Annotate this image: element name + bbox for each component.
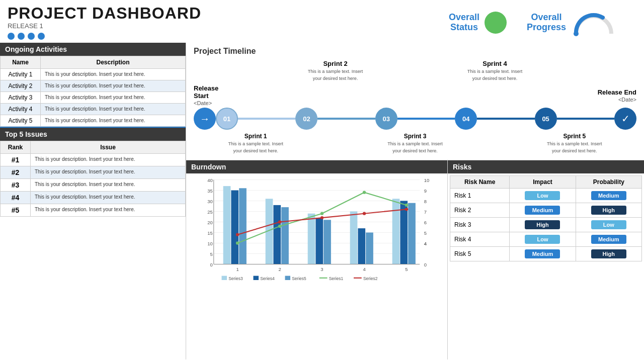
- timeline-section: Project Timeline Sprint 2 This is a samp…: [186, 43, 644, 160]
- left-column: Ongoing Activities Name Description Acti…: [0, 43, 186, 359]
- svg-text:10: 10: [424, 177, 430, 183]
- top5-issues-section: Top 5 Issues Rank Issue #1This is your d…: [0, 128, 186, 359]
- svg-rect-35: [222, 276, 227, 280]
- dot-1: [8, 33, 15, 40]
- risk-name: Risk 3: [450, 218, 510, 232]
- activity-col-desc: Description: [41, 56, 186, 69]
- dot-3: [28, 33, 35, 40]
- burndown-chart-container: 40 35 30 25 20 15 10 5 0 10 8 6 4: [186, 173, 447, 359]
- issue-rank: #1: [1, 154, 31, 166]
- timeline-top-labels: Sprint 2 This is a sample text. Insertyo…: [194, 60, 636, 81]
- tl-bot-03: Sprint 3 This is a sample text. Insertyo…: [375, 133, 455, 154]
- issues-col-issue: Issue: [31, 141, 186, 154]
- bar-s5-1: [239, 188, 247, 264]
- svg-text:3: 3: [320, 266, 323, 272]
- svg-text:0: 0: [424, 262, 427, 267]
- risk-name: Risk 1: [450, 189, 510, 203]
- track-5-end: [557, 118, 614, 120]
- risks-col-probability: Probability: [576, 176, 641, 189]
- bar-s4-2: [273, 205, 281, 264]
- dashboard-title: PROJECT DASHBOARD: [8, 5, 201, 21]
- burndown-section: Burndown 40 35 30 25 20 15 10 5 0: [186, 160, 448, 359]
- bar-s5-5: [408, 203, 416, 264]
- dot-4: [38, 33, 45, 40]
- timeline-end-node: ✓: [614, 108, 636, 130]
- risk-probability: Low: [576, 218, 641, 232]
- overall-status-label: OverallStatus: [449, 13, 479, 33]
- svg-text:25: 25: [207, 209, 213, 215]
- svg-text:5: 5: [405, 266, 408, 272]
- svg-text:Series2: Series2: [363, 276, 378, 280]
- tl-node-04: 04: [455, 108, 477, 130]
- tl-bot-04: [455, 133, 534, 154]
- activity-row: Activity 2This is your description. Inse…: [1, 80, 186, 92]
- activity-name: Activity 3: [1, 92, 41, 104]
- svg-text:5: 5: [424, 230, 427, 236]
- bar-s3-5: [392, 199, 400, 264]
- svg-text:Series5: Series5: [292, 276, 306, 280]
- activity-desc: This is your description. Insert your te…: [41, 80, 186, 92]
- tl-top-03: [375, 60, 455, 81]
- bar-s4-1: [231, 191, 238, 264]
- activity-row: Activity 4This is your description. Inse…: [1, 104, 186, 115]
- risk-impact: Medium: [510, 203, 576, 218]
- track-2-3: [317, 118, 375, 120]
- svg-text:2: 2: [278, 266, 281, 272]
- issue-rank: #2: [1, 166, 31, 179]
- risk-probability: High: [576, 203, 641, 218]
- tl-bot-spacer-start: [194, 133, 216, 154]
- bar-s5-2: [281, 207, 289, 264]
- issue-desc: This is your description. Insert your te…: [31, 179, 186, 192]
- issue-row: #4This is your description. Insert your …: [1, 192, 186, 204]
- risk-name: Risk 5: [450, 247, 510, 261]
- issue-desc: This is your description. Insert your te…: [31, 204, 186, 217]
- bottom-row: Burndown 40 35 30 25 20 15 10 5 0: [186, 160, 644, 359]
- dot-s2-4: [363, 212, 366, 215]
- dot-s2-1: [236, 233, 239, 236]
- timeline-start-label-row: Release Start <Date> Release End <Date>: [194, 84, 636, 107]
- svg-text:40: 40: [207, 177, 213, 183]
- ongoing-activities-header: Ongoing Activities: [0, 43, 186, 56]
- risk-row: Risk 4 Low Medium: [450, 232, 642, 247]
- activity-col-name: Name: [1, 56, 41, 69]
- svg-text:7: 7: [424, 209, 427, 215]
- main-content: Ongoing Activities Name Description Acti…: [0, 43, 644, 359]
- burndown-header: Burndown: [186, 160, 447, 173]
- bar-s5-3: [324, 220, 331, 264]
- bar-s4-3: [315, 218, 323, 264]
- issues-col-rank: Rank: [1, 141, 31, 154]
- svg-text:Series3: Series3: [228, 276, 243, 280]
- timeline-start-node: →: [194, 108, 216, 130]
- track-1-2: [238, 118, 295, 120]
- overall-status-metric: OverallStatus: [449, 12, 507, 34]
- risk-impact: Low: [510, 189, 576, 203]
- top5-issues-header: Top 5 Issues: [0, 128, 186, 141]
- risk-probability: Medium: [576, 232, 641, 247]
- issue-row: #5This is your description. Insert your …: [1, 204, 186, 217]
- timeline-nodes-row: → 01 01 02 03 04 05 ✓: [194, 108, 636, 130]
- release-start-label: Release Start <Date>: [194, 84, 234, 107]
- risk-name: Risk 4: [450, 232, 510, 247]
- dot-s1-5: [405, 204, 408, 207]
- svg-text:Series4: Series4: [260, 276, 275, 280]
- svg-text:4: 4: [363, 266, 365, 272]
- bar-s3-1: [223, 186, 231, 264]
- issue-rank: #4: [1, 192, 31, 204]
- tl-top-02: Sprint 2 This is a sample text. Insertyo…: [295, 60, 375, 81]
- sprint4-title: Sprint 4: [455, 60, 534, 67]
- svg-text:1: 1: [236, 266, 238, 272]
- activity-desc: This is your description. Insert your te…: [41, 115, 186, 127]
- issue-desc: This is your description. Insert your te…: [31, 166, 186, 179]
- tl-top-04: Sprint 4 This is a sample text. Insertyo…: [455, 60, 534, 81]
- risks-col-impact: Impact: [510, 176, 576, 189]
- tl-top-05: [535, 60, 614, 81]
- dot-s1-3: [320, 212, 324, 215]
- activity-name: Activity 1: [1, 69, 41, 80]
- svg-text:15: 15: [207, 230, 213, 236]
- risk-name: Risk 2: [450, 203, 510, 218]
- track-3-4: [397, 118, 455, 120]
- issue-rank: #3: [1, 179, 31, 192]
- risk-row: Risk 2 Medium High: [450, 203, 642, 218]
- sprint2-text: This is a sample text. Insertyour desire…: [308, 69, 363, 81]
- bar-s5-4: [366, 233, 373, 264]
